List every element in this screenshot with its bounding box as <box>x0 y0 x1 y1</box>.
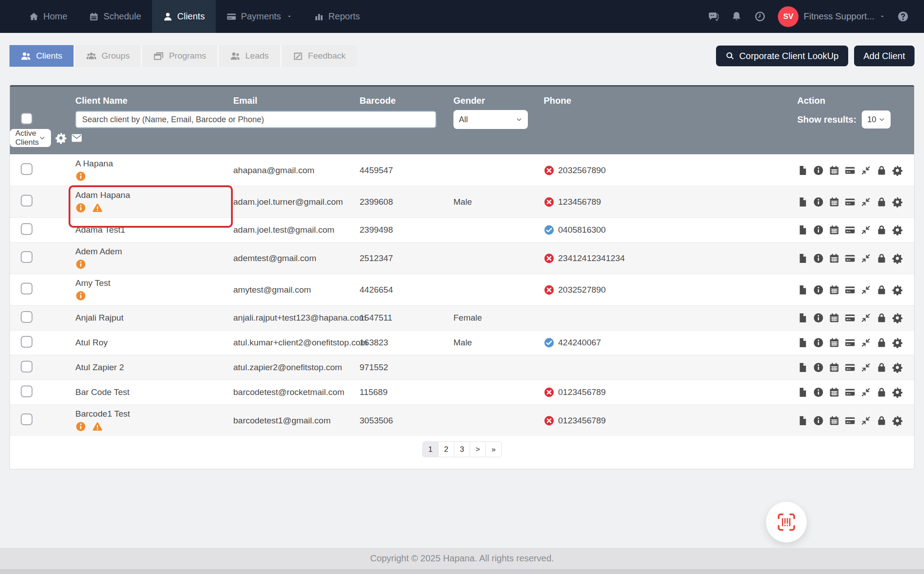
gear-icon[interactable] <box>892 165 903 176</box>
show-results-select[interactable]: 10 <box>862 110 891 129</box>
info-circle-icon[interactable] <box>813 362 824 373</box>
credit-card-icon[interactable] <box>845 197 855 207</box>
compress-icon[interactable] <box>860 165 871 176</box>
select-all-checkbox[interactable] <box>21 113 32 124</box>
lock-icon[interactable] <box>876 285 887 295</box>
calendar-grid-icon[interactable] <box>829 337 840 348</box>
calendar-grid-icon[interactable] <box>829 312 840 323</box>
client-name[interactable]: A Hapana <box>75 159 233 169</box>
row-checkbox[interactable] <box>21 283 32 294</box>
nav-item-reports[interactable]: Reports <box>303 0 371 33</box>
client-name[interactable]: Adama Test1 <box>75 225 233 235</box>
warning-icon[interactable] <box>92 421 103 432</box>
calendar-grid-icon[interactable] <box>829 165 840 176</box>
lock-icon[interactable] <box>876 225 887 235</box>
compress-icon[interactable] <box>860 285 871 295</box>
credit-card-icon[interactable] <box>845 362 855 373</box>
row-checkbox[interactable] <box>21 311 32 323</box>
document-icon[interactable] <box>797 337 808 348</box>
tab-leads[interactable]: Leads <box>219 45 282 67</box>
gear-icon[interactable] <box>892 387 903 398</box>
info-circle-icon[interactable] <box>813 285 824 295</box>
warning-icon[interactable] <box>92 202 103 213</box>
tab-feedback[interactable]: Feedback <box>282 45 357 67</box>
client-name[interactable]: Adem Adem <box>75 247 233 257</box>
lock-icon[interactable] <box>876 415 887 426</box>
row-checkbox[interactable] <box>21 223 32 235</box>
client-name[interactable]: Barcode1 Test <box>75 409 233 419</box>
client-name[interactable]: Amy Test <box>75 278 233 288</box>
credit-card-icon[interactable] <box>845 387 855 398</box>
lock-icon[interactable] <box>876 165 887 176</box>
lock-icon[interactable] <box>876 337 887 348</box>
document-icon[interactable] <box>797 415 808 426</box>
compress-icon[interactable] <box>860 387 871 398</box>
document-icon[interactable] <box>797 362 808 373</box>
calendar-grid-icon[interactable] <box>829 225 840 235</box>
page-button-3[interactable]: 3 <box>454 441 470 457</box>
info-icon[interactable] <box>75 171 86 182</box>
horizontal-scrollbar[interactable] <box>0 569 924 574</box>
client-name[interactable]: Bar Code Test <box>75 387 233 397</box>
document-icon[interactable] <box>797 225 808 235</box>
info-circle-icon[interactable] <box>813 337 824 348</box>
tab-groups[interactable]: Groups <box>75 45 142 67</box>
client-name[interactable]: Anjali Rajput <box>75 313 233 323</box>
nav-item-clients[interactable]: Clients <box>152 0 216 33</box>
credit-card-icon[interactable] <box>845 253 855 264</box>
lock-icon[interactable] <box>876 362 887 373</box>
credit-card-icon[interactable] <box>845 415 855 426</box>
nav-item-payments[interactable]: Payments <box>216 0 303 33</box>
compress-icon[interactable] <box>860 312 871 323</box>
info-circle-icon[interactable] <box>813 415 824 426</box>
info-circle-icon[interactable] <box>813 387 824 398</box>
credit-card-icon[interactable] <box>845 165 855 176</box>
row-checkbox[interactable] <box>21 361 32 372</box>
gear-icon[interactable] <box>892 225 903 235</box>
client-name[interactable]: Atul Zapier 2 <box>75 363 233 372</box>
info-circle-icon[interactable] <box>813 253 824 264</box>
calendar-grid-icon[interactable] <box>829 285 840 295</box>
compress-icon[interactable] <box>860 337 871 348</box>
gender-filter-select[interactable]: All <box>453 110 528 129</box>
client-name[interactable]: Adam Hapana <box>75 190 233 200</box>
calendar-grid-icon[interactable] <box>829 415 840 426</box>
chat-icon[interactable] <box>707 11 719 22</box>
search-input[interactable] <box>75 111 436 128</box>
client-status-filter-select[interactable]: Active Clients <box>10 129 51 147</box>
gear-icon[interactable] <box>892 415 903 426</box>
gear-icon[interactable] <box>892 337 903 348</box>
compress-icon[interactable] <box>860 225 871 235</box>
compress-icon[interactable] <box>860 253 871 264</box>
client-name[interactable]: Atul Roy <box>75 338 233 348</box>
lock-icon[interactable] <box>876 387 887 398</box>
compress-icon[interactable] <box>860 362 871 373</box>
document-icon[interactable] <box>797 165 808 176</box>
next-page-button[interactable]: > <box>470 441 486 457</box>
info-icon[interactable] <box>75 202 86 213</box>
credit-card-icon[interactable] <box>845 225 855 235</box>
corporate-client-lookup-button[interactable]: Corporate Client LookUp <box>716 46 848 66</box>
document-icon[interactable] <box>797 312 808 323</box>
row-checkbox[interactable] <box>21 413 32 425</box>
page-button-1[interactable]: 1 <box>422 441 439 457</box>
row-checkbox[interactable] <box>21 336 32 348</box>
info-circle-icon[interactable] <box>813 312 824 323</box>
info-circle-icon[interactable] <box>813 225 824 235</box>
credit-card-icon[interactable] <box>845 285 855 295</box>
info-circle-icon[interactable] <box>813 197 824 207</box>
gear-icon[interactable] <box>892 312 903 323</box>
document-icon[interactable] <box>797 285 808 295</box>
add-client-button[interactable]: Add Client <box>854 46 915 66</box>
info-icon[interactable] <box>75 259 86 270</box>
calendar-grid-icon[interactable] <box>829 253 840 264</box>
document-icon[interactable] <box>797 197 808 207</box>
row-checkbox[interactable] <box>21 163 32 175</box>
gear-icon[interactable] <box>55 132 67 144</box>
document-icon[interactable] <box>797 387 808 398</box>
info-icon[interactable] <box>75 421 86 432</box>
row-checkbox[interactable] <box>21 251 32 263</box>
credit-card-icon[interactable] <box>845 337 855 348</box>
gear-icon[interactable] <box>892 197 903 207</box>
nav-item-schedule[interactable]: Schedule <box>78 0 152 33</box>
